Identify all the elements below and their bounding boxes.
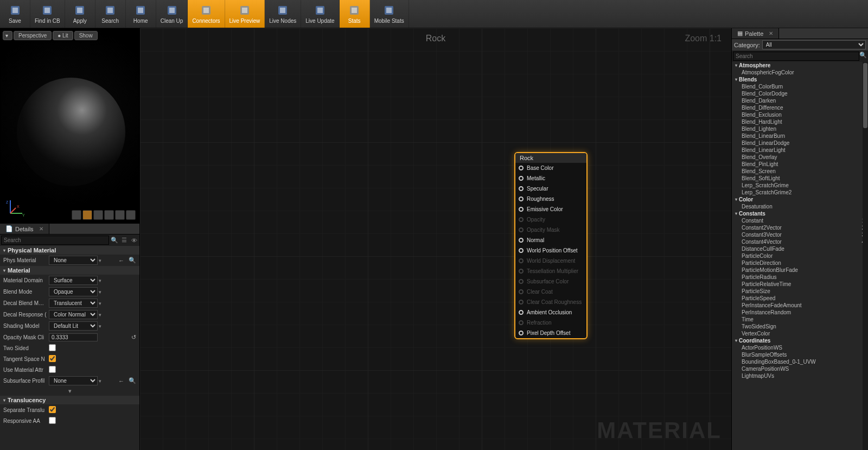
prop-checkbox[interactable] (49, 366, 56, 373)
toolbar-home-button[interactable]: Home (126, 0, 156, 28)
prop-select[interactable]: None (49, 256, 98, 265)
toolbar-connectors-button[interactable]: Connectors (188, 0, 225, 28)
prop-checkbox[interactable] (49, 417, 56, 424)
toolbar-clean-up-button[interactable]: Clean Up (156, 0, 188, 28)
palette-item[interactable]: Blend_ColorDodge (732, 90, 868, 97)
palette-item[interactable]: ParticleRelativeTime (732, 281, 868, 288)
palette-search-input[interactable] (733, 52, 859, 61)
toolbar-mobile-stats-button[interactable]: Mobile Stats (370, 0, 409, 28)
palette-item[interactable]: Blend_PinLight (732, 161, 868, 168)
category-select[interactable]: All (762, 40, 866, 49)
close-icon[interactable]: ✕ (39, 226, 43, 232)
toolbar-live-nodes-button[interactable]: Live Nodes (265, 0, 301, 28)
prop-select[interactable]: None (49, 376, 98, 385)
prop-select[interactable]: Default Lit (49, 321, 98, 331)
pin-icon[interactable] (519, 176, 524, 181)
toolbar-search-button[interactable]: Search (95, 0, 126, 28)
revert-icon[interactable]: ↺ (131, 334, 136, 341)
pin-icon[interactable] (519, 186, 524, 191)
prop-select[interactable]: Surface (49, 276, 98, 285)
prop-checkbox[interactable] (49, 406, 56, 413)
expand-more-button[interactable]: ▾ (0, 386, 139, 396)
viewport-perspective-button[interactable]: Perspective (14, 31, 52, 40)
palette-item[interactable]: Constant2Vector2 (732, 224, 868, 231)
material-result-node[interactable]: Rock Base ColorMetallicSpecularRoughness… (514, 152, 588, 339)
node-pin-emissive-color[interactable]: Emissive Color (515, 204, 586, 214)
pin-icon[interactable] (519, 197, 524, 201)
details-body[interactable]: Physical MaterialPhys MaterialNone▾←🔍Mat… (0, 246, 139, 450)
palette-item[interactable]: ParticleSpeed (732, 295, 868, 302)
node-pin-ambient-occlusion[interactable]: Ambient Occlusion (515, 307, 586, 318)
palette-item[interactable]: Lerp_ScratchGrime2 (732, 189, 868, 196)
palette-category-blends[interactable]: Blends (732, 76, 868, 83)
palette-item[interactable]: Desaturation (732, 203, 868, 210)
palette-item[interactable]: CameraPositionWS (732, 365, 868, 372)
toolbar-stats-button[interactable]: Stats (340, 0, 370, 28)
palette-item[interactable]: ParticleRadius (732, 274, 868, 281)
browse-icon[interactable]: 🔍 (129, 377, 136, 384)
palette-tab[interactable]: ▦ Palette ✕ (732, 28, 779, 39)
list-view-icon[interactable]: ☰ (120, 236, 129, 245)
palette-item[interactable]: PerInstanceRandom (732, 309, 868, 316)
palette-item[interactable]: Blend_Screen (732, 168, 868, 175)
node-pin-normal[interactable]: Normal (515, 235, 586, 245)
palette-item[interactable]: Blend_LinearBurn (732, 132, 868, 140)
palette-item[interactable]: Blend_Overlay (732, 154, 868, 161)
section-material[interactable]: Material (0, 266, 139, 275)
palette-item[interactable]: VertexColor (732, 330, 868, 337)
preview-viewport[interactable]: ▾ Perspective ● Lit Show Z Y X (0, 28, 139, 224)
palette-item[interactable]: Blend_Darken (732, 97, 868, 104)
close-icon[interactable]: ✕ (769, 30, 773, 36)
shape-grid-button[interactable] (126, 210, 136, 220)
prop-input[interactable] (49, 333, 98, 341)
palette-item[interactable]: PerInstanceFadeAmount (732, 302, 868, 309)
node-pin-pixel-depth-offset[interactable]: Pixel Depth Offset (515, 328, 586, 338)
search-icon[interactable]: 🔍 (859, 52, 867, 61)
palette-category-constants[interactable]: Constants (732, 210, 868, 217)
shape-cube-button[interactable] (104, 210, 114, 220)
palette-item[interactable]: BoundingBoxBased_0-1_UVW (732, 358, 868, 365)
details-tab[interactable]: 📄 Details ✕ (0, 224, 49, 234)
pin-icon[interactable] (519, 207, 524, 212)
palette-item[interactable]: Blend_Difference (732, 104, 868, 111)
node-pin-specular[interactable]: Specular (515, 183, 586, 194)
pin-icon[interactable] (519, 331, 524, 335)
node-pin-roughness[interactable]: Roughness (515, 194, 586, 204)
palette-item[interactable]: ParticleSize (732, 288, 868, 295)
node-pin-metallic[interactable]: Metallic (515, 173, 586, 183)
toolbar-save-button[interactable]: Save (0, 0, 30, 28)
scrollbar-thumb[interactable] (863, 63, 867, 128)
palette-item[interactable]: Blend_Lighten (732, 125, 868, 132)
palette-item[interactable]: DistanceCullFade (732, 245, 868, 252)
prop-checkbox[interactable] (49, 344, 56, 351)
node-pin-world-position-offset[interactable]: World Position Offset (515, 245, 586, 256)
palette-item[interactable]: TwoSidedSign (732, 323, 868, 330)
prop-checkbox[interactable] (49, 355, 56, 362)
node-pin-base-color[interactable]: Base Color (515, 163, 586, 173)
palette-item[interactable]: Blend_LinearDodge (732, 140, 868, 147)
palette-item[interactable]: ParticleColor (732, 252, 868, 259)
pin-icon[interactable] (519, 248, 524, 253)
palette-item[interactable]: Constant1 (732, 217, 868, 224)
toolbar-find-in-cb-button[interactable]: Find in CB (30, 0, 65, 28)
arrow-icon[interactable]: ← (118, 257, 124, 264)
palette-item[interactable]: ActorPositionWS (732, 344, 868, 351)
palette-body[interactable]: AtmosphereAtmosphericFogColorBlendsBlend… (732, 62, 868, 450)
section-physical-material[interactable]: Physical Material (0, 246, 139, 255)
shape-cylinder-button[interactable] (72, 210, 81, 220)
palette-item[interactable]: ParticleDirection (732, 259, 868, 267)
palette-item[interactable]: Blend_HardLight (732, 118, 868, 125)
material-graph[interactable]: Rock Zoom 1:1 MATERIAL Rock Base ColorMe… (140, 28, 731, 450)
palette-item[interactable]: Blend_Exclusion (732, 111, 868, 118)
pin-icon[interactable] (519, 310, 524, 315)
viewport-menu-button[interactable]: ▾ (3, 31, 12, 40)
prop-select[interactable]: Color Normal Roughness (49, 310, 98, 319)
palette-item[interactable]: AtmosphericFogColor (732, 69, 868, 76)
viewport-lit-button[interactable]: ● Lit (53, 31, 73, 40)
palette-item[interactable]: ParticleMotionBlurFade (732, 267, 868, 274)
toolbar-live-preview-button[interactable]: Live Preview (225, 0, 265, 28)
palette-item[interactable]: Time (732, 316, 868, 323)
shape-sphere-button[interactable] (82, 210, 92, 220)
palette-category-color[interactable]: Color (732, 196, 868, 203)
palette-item[interactable]: LightmapUVs (732, 372, 868, 379)
